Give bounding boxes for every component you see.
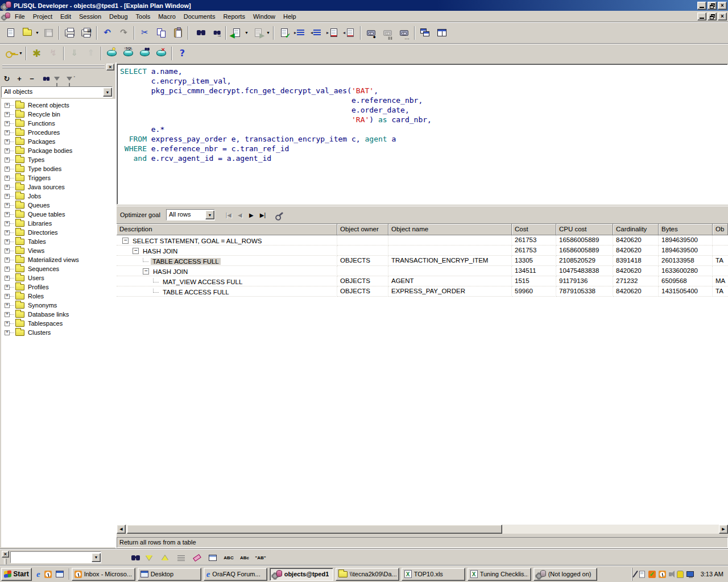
expand-node-icon[interactable]: + [15,74,24,83]
mdi-close-button[interactable]: × [718,13,727,20]
menu-file[interactable]: File [11,12,29,21]
db-find-icon[interactable] [137,46,152,61]
tree-item-packages[interactable]: + Packages [1,137,115,146]
plan-column-header[interactable]: CPU cost [556,224,613,235]
export-file-dropdown-icon[interactable]: ▼ [265,26,271,40]
collapse-node-icon[interactable]: − [27,74,36,83]
db-sql-icon[interactable]: ↑SQL [121,46,136,61]
expand-plus-icon[interactable]: + [5,130,10,135]
expand-plus-icon[interactable]: + [5,139,10,144]
last-step-icon[interactable]: ▶| [257,209,268,221]
find-next-down-icon[interactable] [142,551,156,564]
mdi-minimize-button[interactable] [697,13,706,20]
plan-column-header[interactable]: Cost [512,224,556,235]
expand-plus-icon[interactable]: + [5,176,10,181]
tree-item-sequences[interactable]: + Sequences [1,264,115,273]
expand-plus-icon[interactable]: + [5,330,10,335]
execute-lightning-icon[interactable]: ↯ [46,46,61,61]
scheduler-icon[interactable] [648,571,656,578]
filter-icon[interactable] [52,74,61,83]
plan-row[interactable]: − HASH JOIN 134511 10475483838 8420620 1… [117,266,728,276]
taskbar-button[interactable]: \\tecna2k09\Da... [336,568,399,581]
collapse-minus-icon[interactable]: − [143,268,149,275]
menu-project[interactable]: Project [29,12,56,21]
db-explain-icon[interactable] [104,46,119,61]
save-icon[interactable] [41,26,56,40]
tree-item-functions[interactable]: + Functions [1,119,115,128]
find-icon[interactable] [126,551,140,564]
chevron-down-icon[interactable]: ▼ [205,210,214,219]
show-desktop-icon[interactable] [56,571,64,577]
taskbar-button[interactable]: (Not logged on) [533,568,597,581]
macro-record-icon[interactable]: ● [363,26,379,40]
internet-explorer-icon[interactable]: e [36,570,40,579]
find-icon[interactable] [191,26,206,40]
menu-session[interactable]: Session [75,12,105,21]
menu-edit[interactable]: Edit [56,12,75,21]
tree-item-java-sources[interactable]: + Java sources [1,182,115,192]
tree-item-recycle-bin[interactable]: + Recycle bin [1,110,115,119]
tree-item-jobs[interactable]: + Jobs [1,192,115,201]
taskbar-button[interactable]: TOP10.xls [402,568,465,581]
plan-column-header[interactable]: Object owner [337,224,388,235]
close-button[interactable]: × [718,2,727,10]
copy-icon[interactable] [154,26,169,40]
expand-plus-icon[interactable]: + [5,221,10,226]
print-icon[interactable] [62,26,77,40]
commit-icon[interactable]: ⇓ [67,46,82,61]
taskbar-button[interactable]: Desktop [138,568,201,581]
db-kill-icon[interactable]: × [154,46,169,61]
tree-item-tables[interactable]: + Tables [1,237,115,246]
expand-plus-icon[interactable]: + [5,285,10,290]
mdi-restore-button[interactable] [708,13,717,20]
write-document-icon[interactable] [639,570,646,579]
taskbar-button[interactable]: Tuning Checklis... [468,568,531,581]
chevron-down-icon[interactable]: ▼ [92,553,101,562]
next-marker-icon[interactable]: ▸ [326,26,341,40]
prev-step-icon[interactable]: ◀ [234,209,246,221]
collapse-minus-icon[interactable]: − [122,238,129,244]
prev-marker-icon[interactable]: ◂ [342,26,358,40]
expand-plus-icon[interactable]: + [5,194,10,199]
tree-item-database-links[interactable]: + Database links [1,310,115,319]
object-filter-select[interactable]: All objects ▼ [1,86,113,98]
tree-item-profiles[interactable]: + Profiles [1,282,115,292]
organizer-clock-icon[interactable] [44,571,52,578]
expand-plus-icon[interactable]: + [5,239,10,244]
preferences-wrench-icon[interactable] [274,209,286,221]
open-folder-icon[interactable] [19,26,35,40]
tree-item-roles[interactable]: + Roles [1,292,115,301]
rollback-icon[interactable]: ⇑ [83,46,98,61]
expand-plus-icon[interactable]: + [5,257,10,263]
indent-icon[interactable]: ▸ [293,26,308,40]
tree-item-views[interactable]: + Views [1,246,115,255]
tree-item-procedures[interactable]: + Procedures [1,128,115,137]
expand-plus-icon[interactable]: + [5,157,10,163]
chevron-down-icon[interactable]: ▼ [103,88,112,97]
tree-item-type-bodies[interactable]: + Type bodies [1,164,115,173]
expand-plus-icon[interactable]: + [5,276,10,281]
restore-button[interactable] [708,2,717,10]
tree-item-directories[interactable]: + Directories [1,228,115,237]
display-icon[interactable] [686,571,694,577]
plan-column-header[interactable]: Ob [713,224,728,235]
plan-column-header[interactable]: Description [117,224,337,235]
findbar-grabber[interactable] [4,559,7,564]
mark-all-icon[interactable] [174,551,188,564]
tree-item-package-bodies[interactable]: + Package bodies [1,146,115,155]
optimizer-goal-select[interactable]: All rows ▼ [166,209,215,221]
find-input[interactable]: ▼ [10,551,101,563]
print-preview-icon[interactable]: ▤ [78,26,94,40]
tree-item-libraries[interactable]: + Libraries [1,219,115,228]
clear-marks-icon[interactable] [190,551,204,564]
tree-item-queues[interactable]: + Queues [1,201,115,210]
plan-column-header[interactable]: Object name [388,224,512,235]
tree-item-users[interactable]: + Users [1,273,115,282]
tree-item-materialized-views[interactable]: + Materialized views [1,255,115,264]
expand-plus-icon[interactable]: + [5,121,10,126]
find-object-icon[interactable] [40,74,49,83]
paste-icon[interactable] [170,26,185,40]
expand-plus-icon[interactable]: + [5,112,10,117]
cascade-windows-icon[interactable] [417,26,433,40]
plan-row[interactable]: − SELECT STATEMENT, GOAL = ALL_ROWS 2617… [117,235,728,246]
